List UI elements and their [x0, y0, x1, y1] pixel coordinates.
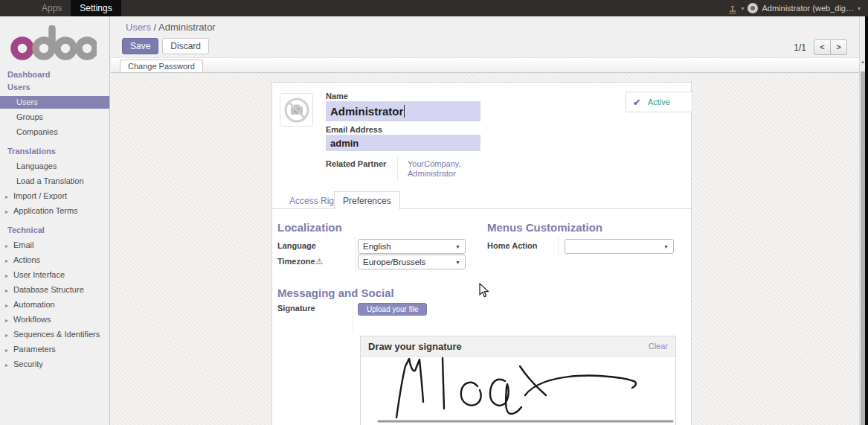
save-button[interactable]: Save — [122, 38, 158, 54]
sidebar-item-companies[interactable]: Companies — [0, 126, 109, 138]
expand-arrow-icon: ▸ — [5, 345, 8, 355]
home-action-select[interactable]: ▼ — [565, 239, 674, 254]
related-partner-line2: Administrator — [408, 169, 482, 179]
expand-arrow-icon: ▸ — [5, 256, 8, 266]
sidebar-item-workflows[interactable]: ▸Workflows — [0, 313, 109, 326]
sidebar: Dashboard Users Users Groups Companies T… — [0, 16, 110, 425]
odoo-logo[interactable] — [10, 25, 109, 64]
signature-clear-link[interactable]: Clear — [649, 342, 668, 351]
sidebar-menu: Dashboard Users Users Groups Companies T… — [0, 68, 109, 371]
change-password-button[interactable]: Change Password — [120, 60, 203, 73]
menus-customization-heading: Menus Customization — [487, 221, 602, 234]
user-menu-label[interactable]: Administrator (web_dig… — [762, 4, 854, 13]
related-partner-line1: YourCompany, — [408, 159, 482, 169]
expand-arrow-icon: ▸ — [5, 207, 8, 217]
vertical-scrollbar: ▲ — [859, 16, 865, 425]
sidebar-item-groups[interactable]: Groups — [0, 111, 109, 124]
sidebar-item-dashboard[interactable]: Dashboard — [0, 68, 109, 81]
related-partner-label: Related Partner — [326, 159, 386, 168]
sidebar-item-label: Parameters — [13, 345, 56, 354]
language-select[interactable]: English ▼ — [358, 239, 466, 254]
sidebar-item-security[interactable]: ▸Security — [0, 358, 109, 371]
topbar: Apps Settings ▾ Administrator (web_dig… … — [0, 0, 868, 16]
expand-arrow-icon: ▸ — [5, 286, 8, 295]
sidebar-item-application-terms[interactable]: ▸Application Terms — [0, 205, 109, 217]
sidebar-item-load-a-translation[interactable]: Load a Translation — [0, 175, 109, 188]
sidebar-section-technical[interactable]: Technical — [0, 224, 109, 237]
related-partner-link[interactable]: YourCompany, Administrator — [408, 159, 482, 179]
breadcrumb-separator: / — [154, 22, 157, 33]
sidebar-item-parameters[interactable]: ▸Parameters — [0, 343, 109, 356]
messaging-heading: Messaging and Social — [277, 287, 394, 299]
menu-apps[interactable]: Apps — [33, 0, 71, 16]
sidebar-item-label: User Interface — [13, 270, 65, 279]
sidebar-item-label: Workflows — [13, 315, 51, 324]
signature-pad: Draw your signature Clear — [360, 336, 676, 425]
sidebar-item-label: Import / Export — [13, 191, 67, 200]
email-value: admin — [330, 138, 359, 149]
timezone-warning-icon: ⚠ — [316, 257, 324, 266]
systray-caret-icon[interactable]: ▾ — [741, 5, 744, 12]
window-edge — [865, 0, 868, 425]
expand-arrow-icon: ▸ — [5, 192, 8, 202]
breadcrumb-users-link[interactable]: Users — [126, 22, 151, 33]
form-sheet: Name Administrator ✔ Active Email Addres… — [271, 82, 692, 425]
user-avatar[interactable] — [748, 3, 758, 13]
expand-arrow-icon: ▸ — [5, 301, 8, 310]
discard-button[interactable]: Discard — [162, 38, 209, 54]
sidebar-item-actions[interactable]: ▸Actions — [0, 254, 109, 266]
upload-file-button[interactable]: Upload your file — [358, 303, 427, 316]
pager-prev-button[interactable]: < — [814, 39, 831, 55]
language-label: Language — [277, 241, 316, 250]
field-divider — [397, 157, 398, 181]
sidebar-section-users[interactable]: Users — [0, 81, 109, 94]
form-view-background: Name Administrator ✔ Active Email Addres… — [111, 74, 859, 425]
language-value: English — [363, 242, 452, 251]
name-value: Administrator — [330, 105, 403, 118]
sidebar-item-automation[interactable]: ▸Automation — [0, 298, 109, 311]
signature-pad-header: Draw your signature Clear — [361, 336, 675, 357]
sidebar-item-label: Automation — [13, 300, 55, 309]
menu-settings[interactable]: Settings — [71, 0, 120, 16]
timezone-label-text: Timezone — [277, 257, 315, 266]
field-divider — [353, 301, 353, 333]
expand-arrow-icon: ▸ — [5, 241, 8, 251]
user-menu-caret-icon[interactable]: ▾ — [858, 5, 861, 12]
sidebar-item-languages[interactable]: Languages — [0, 160, 109, 173]
name-input[interactable]: Administrator — [326, 101, 480, 121]
select-caret-icon: ▼ — [455, 244, 460, 249]
timezone-label: Timezone⚠ — [277, 257, 323, 266]
instance-menu-icon[interactable] — [728, 4, 737, 13]
active-label: Active — [648, 98, 670, 106]
sidebar-item-sequences-identifiers[interactable]: ▸Sequences & Identifiers — [0, 328, 109, 341]
select-caret-icon: ▼ — [455, 260, 460, 265]
form-buttons: Save Discard — [122, 38, 209, 54]
expand-arrow-icon: ▸ — [5, 330, 8, 340]
timezone-value: Europe/Brussels — [363, 258, 452, 266]
sidebar-item-email[interactable]: ▸Email — [0, 239, 109, 252]
pager-next-button[interactable]: > — [830, 39, 847, 55]
timezone-select[interactable]: Europe/Brussels ▼ — [358, 255, 466, 269]
signature-pad-title: Draw your signature — [368, 341, 462, 352]
sidebar-item-user-interface[interactable]: ▸User Interface — [0, 269, 109, 281]
breadcrumb: Users / Administrator — [126, 22, 216, 33]
no-camera-icon — [283, 96, 311, 124]
signature-canvas[interactable] — [361, 357, 675, 425]
sidebar-item-users[interactable]: Users — [0, 96, 109, 109]
control-panel: Users / Administrator Save Discard 1/1 <… — [111, 16, 859, 57]
email-label: Email Address — [326, 125, 382, 134]
field-divider — [558, 237, 559, 258]
sidebar-item-import-export[interactable]: ▸Import / Export — [0, 190, 109, 202]
tab-preferences[interactable]: Preferences — [334, 191, 400, 210]
sidebar-item-database-structure[interactable]: ▸Database Structure — [0, 284, 109, 296]
expand-arrow-icon: ▸ — [5, 271, 8, 281]
user-image-placeholder[interactable] — [280, 93, 313, 127]
email-input[interactable]: admin — [326, 135, 480, 151]
signature-drawing — [361, 357, 677, 425]
sidebar-item-label: Email — [13, 240, 34, 249]
sidebar-section-translations[interactable]: Translations — [0, 145, 109, 158]
active-checkbox[interactable]: ✔ Active — [626, 92, 692, 112]
sidebar-item-label: Database Structure — [13, 285, 84, 294]
topbar-menu: Apps Settings — [33, 0, 121, 16]
checkmark-icon: ✔ — [633, 97, 641, 108]
